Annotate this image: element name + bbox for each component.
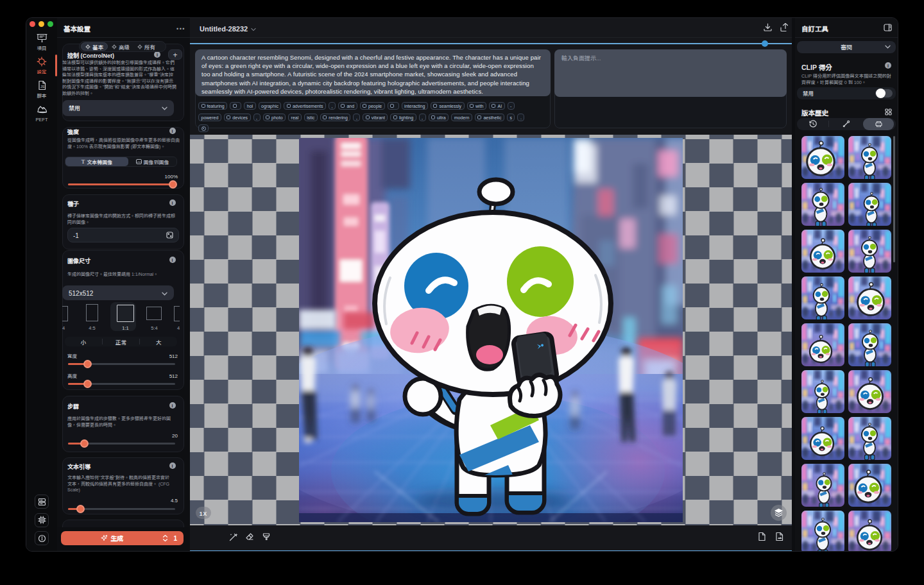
svg-text:JS: JS xyxy=(40,85,45,89)
